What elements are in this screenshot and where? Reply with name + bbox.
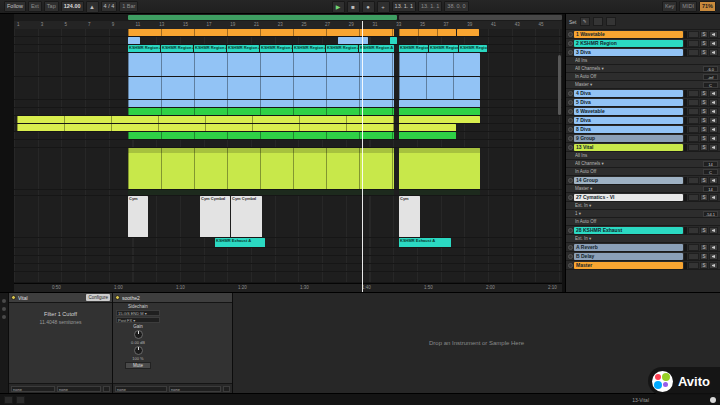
io-label[interactable]: In Auto Off (575, 219, 718, 224)
loop-length-field[interactable]: 38. 0. 0 (444, 1, 468, 12)
solo-button[interactable]: S (700, 194, 708, 201)
io-section-toggle-icon[interactable] (593, 17, 603, 26)
map-select-1[interactable]: none (11, 386, 55, 392)
clip[interactable] (399, 100, 480, 107)
grid-icon[interactable] (103, 386, 110, 392)
clip[interactable] (399, 53, 480, 76)
clip[interactable] (399, 108, 480, 115)
speaker-icon[interactable] (709, 108, 718, 115)
clip[interactable] (399, 124, 456, 131)
solo-button[interactable]: S (700, 90, 708, 97)
loop-brace[interactable] (128, 15, 397, 20)
clip[interactable] (128, 53, 394, 76)
clip[interactable] (399, 116, 480, 123)
clip[interactable] (128, 77, 394, 99)
track-volume-field[interactable] (688, 244, 699, 251)
clip[interactable]: KSHMR Region A (459, 45, 487, 52)
param-value[interactable]: 11.4048 semitones (9, 319, 112, 325)
follow-button[interactable]: Follow (4, 1, 26, 12)
track-header[interactable]: MasterS (566, 261, 720, 270)
clip[interactable]: KSHMR Region A (326, 45, 358, 52)
clip[interactable] (17, 124, 394, 131)
track-io-row[interactable]: Master ▾14 (566, 185, 720, 193)
speaker-icon[interactable] (709, 244, 718, 251)
track-io-row[interactable]: 1 ▾-54.1 (566, 210, 720, 218)
track-header[interactable]: A ReverbS (566, 243, 720, 252)
track-header[interactable]: 4 DivaS (566, 89, 720, 98)
io-label[interactable]: In Auto Off (575, 74, 701, 79)
track-io-row[interactable]: In Auto Off (566, 218, 720, 226)
track-volume-field[interactable] (688, 40, 699, 47)
io-label[interactable]: All Ins (575, 153, 718, 158)
mixer-section-toggle-icon[interactable] (606, 17, 616, 26)
io-label[interactable]: All Channels ▾ (575, 161, 701, 166)
track-header[interactable]: 27 Cymatics - VIS (566, 193, 720, 202)
solo-button[interactable]: S (700, 177, 708, 184)
track-io-row[interactable]: All Channels ▾-6.0 (566, 65, 720, 73)
device-view-tabs[interactable] (0, 293, 9, 393)
track-io-row[interactable]: All Ins (566, 57, 720, 65)
solo-button[interactable]: S (700, 99, 708, 106)
clip[interactable]: Cym (399, 196, 420, 237)
track-header[interactable]: 2 KSHMR RegionS (566, 39, 720, 48)
track-io-row[interactable]: In Auto Off-inf (566, 73, 720, 81)
track-volume-field[interactable] (688, 117, 699, 124)
solo-button[interactable]: S (700, 262, 708, 269)
arm-button[interactable] (568, 245, 573, 250)
io-value-field[interactable]: -54.1 (703, 211, 718, 217)
io-value-field[interactable]: 14 (703, 161, 718, 167)
speaker-icon[interactable] (709, 253, 718, 260)
sidechain-input-select[interactable]: 15-GS END M ▾ (116, 310, 160, 316)
io-value-field[interactable]: C (703, 169, 718, 175)
io-label[interactable]: Master ▾ (575, 186, 701, 191)
arm-button[interactable] (568, 100, 573, 105)
io-label[interactable]: Master ▾ (575, 82, 701, 87)
track-volume-field[interactable] (688, 253, 699, 260)
ext-button[interactable]: Ext (28, 1, 42, 12)
playhead[interactable] (362, 21, 363, 292)
io-label[interactable]: Ext. In ▾ (575, 203, 718, 208)
midi-map-button[interactable]: MIDI (679, 1, 697, 12)
play-button[interactable]: ▶ (332, 1, 345, 13)
arm-button[interactable] (568, 118, 573, 123)
clip[interactable]: Cym (128, 196, 148, 237)
device-tab-dot[interactable] (2, 307, 6, 311)
clip[interactable] (128, 29, 394, 36)
clip[interactable]: KSHMR Region A (399, 45, 428, 52)
solo-button[interactable]: S (700, 126, 708, 133)
io-label[interactable]: In Auto Off (575, 169, 701, 174)
io-value-field[interactable]: -6.0 (703, 66, 718, 72)
io-label[interactable]: All Channels ▾ (575, 66, 701, 71)
clip[interactable] (399, 77, 480, 99)
stop-button[interactable]: ■ (347, 1, 360, 13)
track-volume-field[interactable] (688, 227, 699, 234)
track-header[interactable]: 9 GroupS (566, 134, 720, 143)
arrangement-position-field[interactable]: 13. 1. 1 (392, 1, 416, 12)
clip[interactable] (399, 190, 480, 195)
io-value-field[interactable]: C (703, 82, 718, 88)
clip[interactable] (338, 37, 368, 44)
clip[interactable] (390, 37, 397, 44)
overdub-button[interactable]: + (377, 1, 390, 13)
arm-button[interactable] (568, 145, 573, 150)
vital-title-bar[interactable]: Vital Configure (9, 293, 112, 303)
track-volume-field[interactable] (688, 135, 699, 142)
clip[interactable] (128, 132, 394, 139)
speaker-icon[interactable] (709, 227, 718, 234)
clip[interactable]: KSHMR Region A (359, 45, 394, 52)
track-io-row[interactable]: All Channels ▾14 (566, 160, 720, 168)
track-volume-field[interactable] (688, 90, 699, 97)
arm-button[interactable] (568, 32, 573, 37)
solo-button[interactable]: S (700, 144, 708, 151)
track-volume-field[interactable] (688, 177, 699, 184)
arm-button[interactable] (568, 109, 573, 114)
clip[interactable]: KSHMR Region A (161, 45, 193, 52)
speaker-icon[interactable] (709, 31, 718, 38)
track-header[interactable]: 5 DivaS (566, 98, 720, 107)
clip[interactable]: KSHMR Region A (260, 45, 292, 52)
clip[interactable] (399, 148, 480, 189)
speaker-icon[interactable] (709, 135, 718, 142)
speaker-icon[interactable] (709, 40, 718, 47)
clip[interactable]: KSHMR Region A (194, 45, 226, 52)
solo-button[interactable]: S (700, 108, 708, 115)
